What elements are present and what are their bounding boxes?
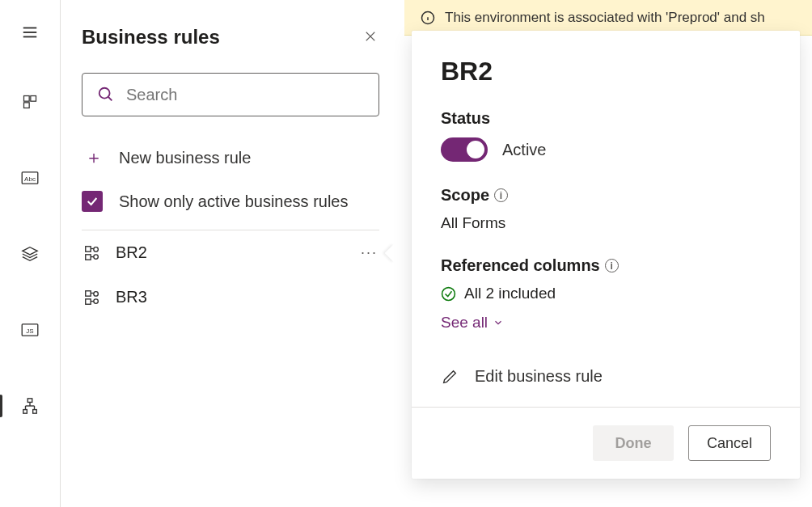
- svg-point-23: [99, 88, 110, 99]
- svg-point-34: [94, 298, 99, 303]
- see-all-label: See all: [441, 314, 488, 332]
- svg-rect-7: [31, 96, 36, 102]
- svg-rect-6: [24, 96, 30, 102]
- cancel-button[interactable]: Cancel: [688, 425, 771, 461]
- scope-value: All Forms: [441, 214, 771, 232]
- info-icon: [421, 11, 435, 25]
- svg-point-28: [94, 254, 99, 259]
- chevron-down-icon: [493, 317, 504, 328]
- status-label: Status: [441, 109, 771, 128]
- show-active-label: Show only active business rules: [119, 192, 348, 211]
- search-box[interactable]: [82, 73, 379, 116]
- hamburger-icon[interactable]: [20, 23, 40, 42]
- svg-point-33: [94, 291, 99, 296]
- svg-rect-8: [24, 103, 30, 108]
- see-all-link[interactable]: See all: [441, 314, 771, 332]
- refcols-value: All 2 included: [464, 285, 556, 302]
- nav-apps-icon[interactable]: [14, 86, 46, 118]
- search-icon: [97, 86, 115, 104]
- edit-business-rule-button[interactable]: Edit business rule: [441, 367, 771, 386]
- rule-more-button[interactable]: ···: [361, 244, 378, 261]
- search-input[interactable]: [126, 86, 364, 104]
- refcols-label: Referenced columns: [441, 256, 600, 275]
- svg-rect-15: [23, 410, 27, 414]
- info-icon[interactable]: i: [605, 259, 619, 273]
- show-active-checkbox[interactable]: [82, 191, 103, 212]
- rule-details-flyout: BR2 Status Active Scope i All Forms Refe…: [412, 31, 800, 479]
- nav-abc-icon[interactable]: Abc: [14, 162, 46, 194]
- nav-layers-icon[interactable]: [14, 238, 46, 270]
- business-rule-icon: [83, 244, 101, 262]
- status-toggle[interactable]: [441, 137, 488, 162]
- svg-rect-14: [27, 399, 32, 403]
- plus-icon: ＋: [85, 146, 103, 170]
- pencil-icon: [441, 368, 459, 386]
- flyout-title: BR2: [441, 57, 771, 87]
- rule-row-br3[interactable]: BR3: [82, 275, 379, 319]
- banner-text: This environment is associated with 'Pre…: [445, 10, 765, 26]
- rule-row-br2[interactable]: BR2 ···: [82, 230, 379, 275]
- done-button[interactable]: Done: [593, 425, 674, 461]
- edit-label: Edit business rule: [475, 367, 603, 386]
- svg-rect-31: [86, 290, 91, 295]
- svg-text:Abc: Abc: [24, 175, 36, 183]
- panel-close-button[interactable]: [363, 29, 379, 45]
- svg-text:JS: JS: [26, 327, 33, 335]
- rule-name: BR2: [116, 243, 147, 262]
- nav-rail: Abc JS: [0, 0, 61, 507]
- svg-rect-32: [86, 298, 91, 303]
- check-icon: [86, 195, 99, 208]
- svg-point-27: [94, 247, 99, 251]
- flyout-pointer: [385, 243, 404, 262]
- svg-point-37: [442, 287, 455, 300]
- business-rules-panel: Business rules ＋ New business rule Show …: [61, 0, 400, 507]
- svg-rect-16: [33, 410, 37, 414]
- new-rule-label: New business rule: [119, 149, 251, 167]
- nav-js-icon[interactable]: JS: [14, 314, 46, 346]
- svg-line-24: [108, 97, 112, 101]
- panel-title: Business rules: [82, 26, 220, 49]
- check-circle-icon: [441, 286, 456, 302]
- svg-rect-26: [86, 254, 91, 259]
- rule-name: BR3: [116, 288, 147, 306]
- svg-marker-11: [23, 247, 37, 255]
- status-value: Active: [502, 141, 546, 159]
- business-rule-icon: [83, 289, 101, 306]
- new-business-rule-button[interactable]: ＋ New business rule: [82, 139, 379, 188]
- svg-rect-25: [86, 246, 91, 251]
- info-icon[interactable]: i: [494, 188, 508, 202]
- scope-label: Scope: [441, 186, 489, 205]
- nav-business-rules-icon[interactable]: [14, 390, 46, 422]
